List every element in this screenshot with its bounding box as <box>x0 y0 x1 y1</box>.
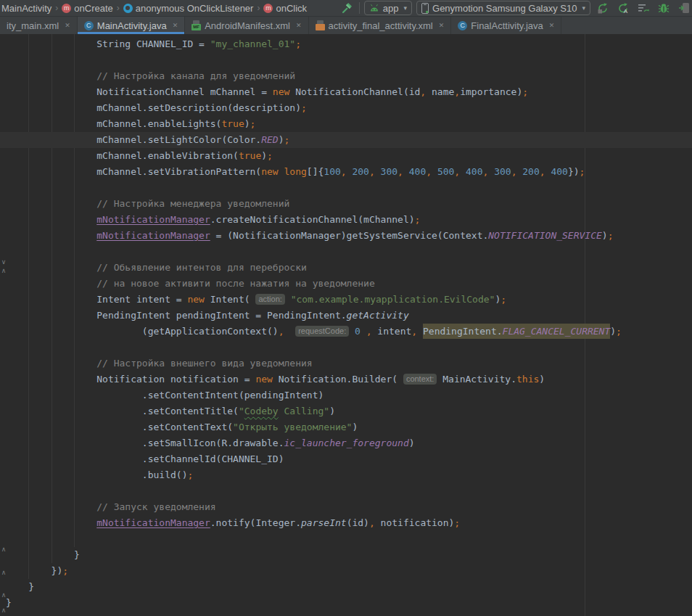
code-line[interactable]: // Настройка канала для уведомлений <box>6 68 692 84</box>
code-line[interactable]: Intent intent = new Intent( action: "com… <box>6 292 692 308</box>
code-line[interactable]: .setSmallIcon(R.drawable.ic_launcher_for… <box>6 435 692 451</box>
code-token: , <box>483 166 495 177</box>
code-lines: String CHANNEL_ID = "my_channel_01"; // … <box>0 34 692 611</box>
code-token: ) <box>409 438 415 448</box>
code-line[interactable]: .setContentIntent(pendingIntent) <box>6 387 692 403</box>
code-line[interactable]: mChannel.setLightColor(Color.RED); <box>6 132 692 148</box>
code-editor[interactable]: String CHANNEL_ID = "my_channel_01"; // … <box>0 34 692 616</box>
code-line[interactable]: mNotificationManager = (NotificationMana… <box>6 228 692 244</box>
breadcrumb-toolbar: MainActivity › m onCreate › anonymous On… <box>0 0 692 17</box>
code-line[interactable] <box>6 340 692 356</box>
fold-marker[interactable]: ∧ <box>0 569 7 576</box>
code-line[interactable]: // Настройка менеджера уведомлений <box>6 196 692 212</box>
code-line[interactable]: // на новое активити после нажатия на ув… <box>6 276 692 292</box>
fold-marker[interactable]: ∧ <box>0 591 7 599</box>
close-icon[interactable]: ✕ <box>173 22 178 29</box>
code-token: []{ <box>307 166 324 177</box>
code-line[interactable]: .setContentText("Открыть уведомление") <box>6 419 692 435</box>
code-token: MainActivity. <box>437 374 516 385</box>
code-line[interactable]: .setChannelId(CHANNEL_ID) <box>6 451 692 467</box>
code-token: , <box>366 326 372 337</box>
build-button[interactable] <box>339 1 355 15</box>
code-line[interactable] <box>6 244 692 260</box>
code-token: Notification.Builder( <box>273 374 403 385</box>
code-token: PendingIntent. <box>423 324 503 339</box>
code-line[interactable]: } <box>6 579 692 595</box>
code-token: ; <box>580 166 585 177</box>
code-token <box>285 294 291 305</box>
fold-marker[interactable]: ∧ <box>0 267 7 274</box>
code-line[interactable]: } <box>6 595 692 611</box>
code-line[interactable]: .build(); <box>6 467 692 483</box>
code-line[interactable]: mNotificationManager.createNotificationC… <box>6 212 692 228</box>
code-token: "Открыть уведомление" <box>233 422 352 432</box>
close-icon[interactable]: ✕ <box>65 22 70 29</box>
close-icon[interactable]: ✕ <box>439 22 445 29</box>
code-token: // Обьявление интентов для переброски <box>6 262 307 273</box>
code-line[interactable] <box>6 483 692 499</box>
device-dropdown[interactable]: Genymotion Samsung Galaxy S10 ▾ <box>416 1 590 15</box>
code-token: mNotificationManager <box>96 230 210 241</box>
code-line[interactable]: // Настройка внешнего вида уведомления <box>6 356 692 371</box>
code-line[interactable]: NotificationChannel mChannel = new Notif… <box>6 84 692 100</box>
code-token: mChannel.enableVibration( <box>6 150 239 161</box>
tab-mainactivity-java[interactable]: C MainActivity.java ✕ <box>78 17 185 34</box>
code-token: , <box>511 166 523 177</box>
code-token: , <box>420 86 426 97</box>
tab-androidmanifest-xml[interactable]: MF AndroidManifest.xml ✕ <box>185 17 308 34</box>
close-icon[interactable]: ✕ <box>549 22 555 29</box>
code-line[interactable]: PendingIntent pendingIntent = PendingInt… <box>6 308 692 324</box>
layout-file-icon <box>316 20 325 30</box>
code-token: , <box>540 166 551 177</box>
code-line[interactable]: .setContentTitle("Codeby Calling") <box>6 403 692 419</box>
breadcrumb-item-class[interactable]: MainActivity <box>1 3 52 14</box>
code-line[interactable]: // Запуск уведомления <box>6 499 692 515</box>
fold-marker[interactable]: ∨ <box>0 258 7 266</box>
attach-debugger-button[interactable] <box>676 1 692 15</box>
apply-changes-button[interactable] <box>595 1 611 15</box>
android-icon <box>369 4 379 12</box>
code-line[interactable]: } <box>6 547 692 563</box>
code-token: // Настройка менеджера уведомлений <box>6 198 289 209</box>
close-icon[interactable]: ✕ <box>296 22 302 29</box>
module-dropdown[interactable]: app ▾ <box>364 1 412 15</box>
fold-marker[interactable]: ∧ <box>0 546 7 553</box>
code-token: this <box>516 374 539 385</box>
code-line[interactable]: mChannel.setVibrationPattern(new long[]{… <box>6 164 692 180</box>
code-token: , <box>454 166 466 177</box>
code-line[interactable]: (getApplicationContext(), requestCode: 0… <box>6 324 692 340</box>
code-token <box>6 214 96 225</box>
code-line[interactable]: mChannel.enableLights(true); <box>6 116 692 132</box>
code-line[interactable]: Notification notification = new Notifica… <box>6 371 692 387</box>
code-token: true <box>239 150 261 161</box>
code-line[interactable]: mChannel.setDescription(description); <box>6 100 692 116</box>
apply-code-changes-button[interactable]: A <box>615 1 631 15</box>
profiler-button[interactable] <box>635 1 651 15</box>
code-line[interactable] <box>6 531 692 547</box>
run-toolbar: app ▾ Genymotion Samsung Galaxy S10 ▾ <box>339 0 692 16</box>
code-line[interactable]: }); <box>6 563 692 579</box>
code-token: ; <box>522 86 528 97</box>
tab-finalacttivity-java[interactable]: C FinalActtivity.java ✕ <box>451 17 561 34</box>
code-token: 300 <box>381 166 398 177</box>
code-line[interactable] <box>6 52 692 68</box>
code-token: , <box>369 517 375 528</box>
code-line[interactable]: // Обьявление интентов для переброски <box>6 260 692 276</box>
breadcrumb-item-oncreate[interactable]: m onCreate <box>62 3 112 14</box>
breadcrumb-label: onClick <box>276 3 307 14</box>
breadcrumb-item-listener[interactable]: anonymous OnClickListener <box>123 3 254 14</box>
code-token: "com.example.myapplication.EvilCode" <box>291 294 495 305</box>
tab-activity-final-xml[interactable]: activity_final_acttivity.xml ✕ <box>309 17 452 34</box>
code-token: mChannel.setLightColor(Color. <box>6 134 261 145</box>
tab-activity-main-xml[interactable]: ity_main.xml ✕ <box>0 17 78 34</box>
code-line[interactable] <box>6 180 692 196</box>
code-token: .notify(Integer. <box>210 517 301 528</box>
fold-marker[interactable]: ∧ <box>0 607 7 614</box>
debug-button[interactable] <box>656 1 672 15</box>
code-token: } <box>6 549 80 560</box>
breadcrumb-item-onclick[interactable]: m onClick <box>263 3 307 14</box>
code-line[interactable]: mChannel.enableVibration(true); <box>6 148 692 164</box>
breadcrumb: MainActivity › m onCreate › anonymous On… <box>0 0 307 16</box>
code-line[interactable]: mNotificationManager.notify(Integer.pars… <box>6 515 692 531</box>
code-line[interactable]: String CHANNEL_ID = "my_channel_01"; <box>6 36 692 52</box>
